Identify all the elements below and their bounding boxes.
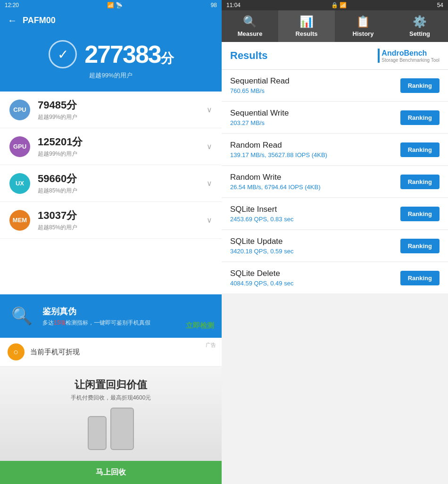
sqlite-delete-ranking-button[interactable]: Ranking [400,271,440,285]
left-time: 12:20 [5,2,19,8]
phone-ad-title: 让闲置回归价值 [75,378,147,392]
right-battery: 54 [437,2,443,8]
ux-chevron: ∨ [207,179,212,188]
tab-history[interactable]: 📋 History [335,10,391,42]
left-panel: 12:20 📶 📡 98 ← PAFM00 ✓ 277383分 超越99%的用户… [0,0,222,484]
main-score-display: 277383分 [84,40,173,68]
trade-section[interactable]: ○ 当前手机可折现 广告 [0,338,222,367]
score-row: ✓ 277383分 [49,40,173,68]
sqlite-delete-info: SQLite Delete 4084.59 QPS, 0.49 sec [230,269,293,287]
metric-ux[interactable]: UX 59660分 超越85%的用户 ∨ [0,165,222,202]
sqlite-update-ranking-button[interactable]: Ranking [400,239,440,253]
recycle-button[interactable]: 马上回收 [0,461,222,484]
random-read-ranking-button[interactable]: Ranking [400,142,440,157]
results-header: Results AndroBench Storage Benchmarking … [222,42,448,70]
random-read-value: 139.17 MB/s, 35627.88 IOPS (4KB) [230,151,327,159]
check-circle: ✓ [49,40,77,68]
sqlite-insert-info: SQLite Insert 2453.69 QPS, 0.83 sec [230,205,293,223]
cpu-detail: 超越99%的用户 [38,113,199,121]
sqlite-update-value: 3420.18 QPS, 0.59 sec [230,248,293,255]
trade-icon: ○ [8,343,25,360]
cpu-score: 79485分 [38,98,199,112]
result-random-write: Random Write 26.54 MB/s, 6794.64 IOPS (4… [222,166,448,197]
results-icon: 📊 [299,15,314,28]
sequential-write-info: Sequential Write 203.27 MB/s [230,108,289,126]
logo-subtitle: Storage Benchmarking Tool [382,58,440,63]
results-label: Results [296,30,318,37]
metric-mem[interactable]: MEM 13037分 超越85%的用户 ∨ [0,202,222,239]
sqlite-update-name: SQLite Update [230,237,293,246]
metrics-list: CPU 79485分 超越99%的用户 ∨ GPU 125201分 超越99%的… [0,92,222,294]
gpu-badge: GPU [9,136,30,157]
phone-illustration [88,408,134,450]
left-battery: 98 [211,2,217,8]
mem-chevron: ∨ [207,216,212,225]
sequential-read-ranking-button[interactable]: Ranking [400,78,440,93]
random-write-value: 26.54 MB/s, 6794.64 IOPS (4KB) [230,184,321,191]
promo-title: 鉴别真伪 [42,306,179,317]
tab-measure[interactable]: 🔍 Measure [222,10,278,42]
right-nav: 🔍 Measure 📊 Results 📋 History ⚙️ Setting [222,10,448,42]
sqlite-insert-ranking-button[interactable]: Ranking [400,207,440,221]
metric-cpu[interactable]: CPU 79485分 超越99%的用户 ∨ [0,92,222,128]
right-time: 11:04 [226,2,241,8]
ux-score: 59660分 [38,172,199,186]
promo-icon: 🔍 [8,302,36,330]
result-sequential-read: Sequential Read 760.65 MB/s Ranking [222,70,448,101]
gpu-chevron: ∨ [207,142,212,151]
ux-badge: UX [9,173,30,194]
measure-icon: 🔍 [243,15,257,28]
phone-ad-section[interactable]: 让闲置回归价值 手机付费回收，最高折现4600元 [0,367,222,461]
result-sqlite-delete: SQLite Delete 4084.59 QPS, 0.49 sec Rank… [222,262,448,293]
tab-setting[interactable]: ⚙️ Setting [391,10,448,42]
setting-icon: ⚙️ [413,15,427,28]
ux-detail: 超越85%的用户 [38,187,199,195]
results-page-title: Results [230,50,267,62]
result-random-read: Random Read 139.17 MB/s, 35627.88 IOPS (… [222,134,448,165]
sequential-read-info: Sequential Read 760.65 MB/s [230,76,290,94]
right-panel: 11:04 🔒 📶 54 🔍 Measure 📊 Results 📋 Histo… [222,0,448,484]
cpu-badge: CPU [9,100,30,120]
history-label: History [353,30,374,37]
ad-label: 广告 [206,342,216,349]
logo-text: AndroBench Storage Benchmarking Tool [382,49,440,63]
promo-text: 鉴别真伪 多达15项检测指标，一键即可鉴别手机真假 [42,306,179,327]
tab-results[interactable]: 📊 Results [278,10,335,42]
random-write-ranking-button[interactable]: Ranking [400,175,440,189]
result-sequential-write: Sequential Write 203.27 MB/s Ranking [222,102,448,133]
sqlite-insert-name: SQLite Insert [230,205,293,214]
results-list: Sequential Read 760.65 MB/s Ranking Sequ… [222,70,448,484]
left-header: ← PAFM00 [0,10,222,31]
logo-bar [378,49,380,63]
promo-subtitle: 多达15项检测指标，一键即可鉴别手机真假 [42,319,179,327]
phone-image-large [110,408,134,450]
device-title: PAFM00 [23,16,56,25]
logo-name: AndroBench [382,49,440,58]
random-read-name: Random Read [230,141,327,150]
random-write-name: Random Write [230,173,321,182]
sequential-read-value: 760.65 MB/s [230,87,290,94]
result-sqlite-update: SQLite Update 3420.18 QPS, 0.59 sec Rank… [222,230,448,261]
phone-image-small [88,416,107,450]
history-icon: 📋 [356,15,370,28]
gpu-detail: 超越99%的用户 [38,150,199,158]
random-write-info: Random Write 26.54 MB/s, 6794.64 IOPS (4… [230,173,321,191]
gpu-info: 125201分 超越99%的用户 [38,135,199,158]
promo-action-button[interactable]: 立即检测 [186,321,214,330]
sequential-read-name: Sequential Read [230,76,290,86]
right-status-bar: 11:04 🔒 📶 54 [222,0,448,10]
mem-badge: MEM [9,210,30,231]
right-icons: 🔒 📶 [331,2,347,8]
sequential-write-value: 203.27 MB/s [230,119,289,126]
cpu-chevron: ∨ [207,105,212,114]
androbench-logo: AndroBench Storage Benchmarking Tool [378,49,440,63]
sequential-write-name: Sequential Write [230,108,289,118]
score-subtitle: 超越99%的用户 [89,71,132,80]
result-sqlite-insert: SQLite Insert 2453.69 QPS, 0.83 sec Rank… [222,198,448,229]
promo-section[interactable]: 🔍 鉴别真伪 多达15项检测指标，一键即可鉴别手机真假 立即检测 [0,294,222,338]
metric-gpu[interactable]: GPU 125201分 超越99%的用户 ∨ [0,128,222,165]
sequential-write-ranking-button[interactable]: Ranking [400,110,440,125]
left-status-bar: 12:20 📶 📡 98 [0,0,222,10]
mem-detail: 超越85%的用户 [38,224,199,232]
back-button[interactable]: ← [8,15,17,26]
